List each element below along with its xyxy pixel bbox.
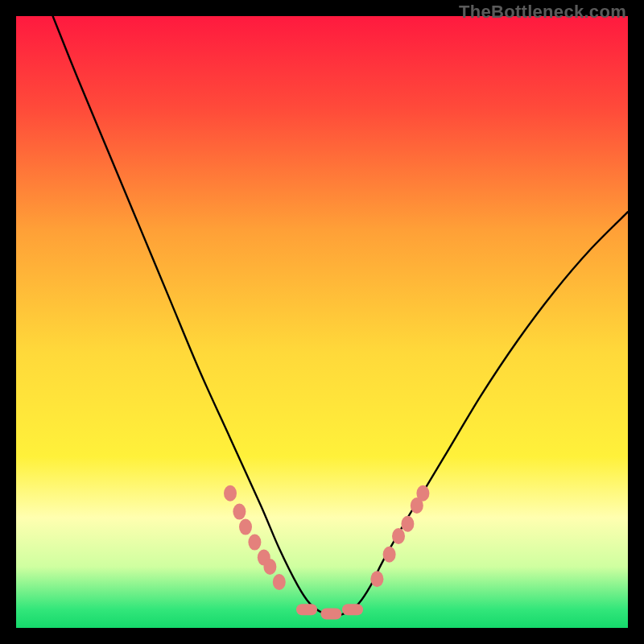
marker-dot [392, 528, 405, 544]
marker-dot [383, 547, 396, 563]
marker-dot [239, 519, 252, 535]
chart-frame: TheBottleneck.com [0, 0, 644, 644]
marker-dot [370, 571, 383, 587]
marker-dot [273, 574, 286, 590]
marker-dot [416, 485, 429, 502]
marker-pill [296, 604, 317, 615]
marker-dot [401, 516, 414, 532]
marker-dot [263, 559, 276, 575]
marker-dot [233, 504, 246, 520]
gradient-background [16, 16, 628, 628]
chart-svg [16, 16, 628, 628]
marker-dot [224, 485, 237, 502]
plot-area [16, 16, 628, 628]
marker-pill [342, 604, 363, 615]
marker-dot [248, 535, 261, 551]
watermark-text: TheBottleneck.com [459, 2, 626, 23]
marker-pill [320, 609, 341, 620]
